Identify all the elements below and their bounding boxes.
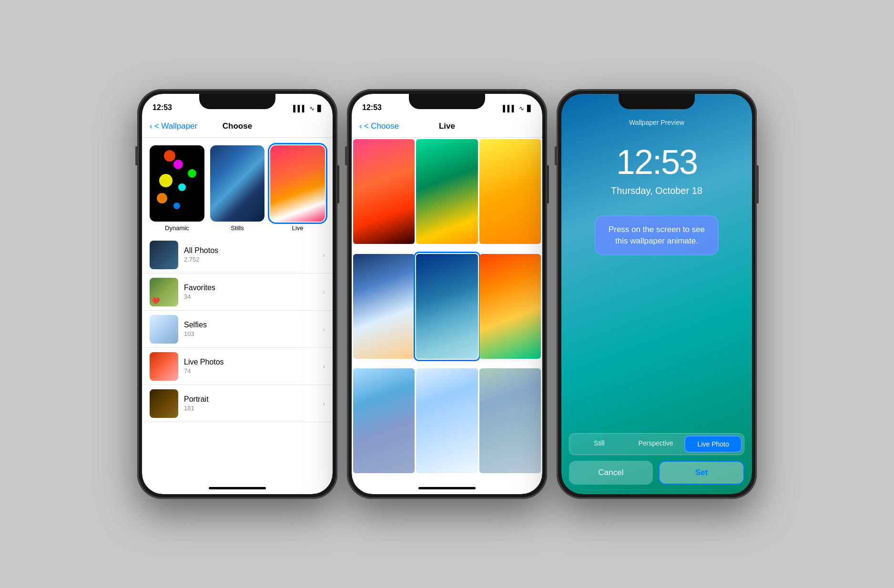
phone-3: Wallpaper Preview 12:53 Thursday, Octobe… bbox=[557, 89, 757, 499]
back-label-choose: < Choose bbox=[364, 122, 399, 131]
set-button[interactable]: Set bbox=[659, 461, 744, 485]
category-live[interactable]: Live bbox=[270, 145, 325, 232]
list-item-live-photos[interactable]: Live Photos 74 › bbox=[142, 348, 333, 385]
phone-1: 12:53 ▌▌▌ ∿ ▊ ‹ < Wallpaper Choose bbox=[137, 89, 337, 499]
choose-screen: 12:53 ▌▌▌ ∿ ▊ ‹ < Wallpaper Choose bbox=[142, 94, 333, 494]
signal-icon: ▌▌▌ bbox=[293, 105, 306, 112]
option-still-label: Still bbox=[594, 439, 605, 447]
list-thumb-portrait bbox=[150, 389, 178, 418]
preview-header-text: Wallpaper Preview bbox=[629, 119, 684, 126]
list-count-favorites: 34 bbox=[184, 293, 317, 300]
home-indicator-2 bbox=[418, 487, 476, 489]
option-perspective[interactable]: Perspective bbox=[628, 436, 684, 453]
dynamic-bg bbox=[150, 145, 204, 222]
nav-title-1: Choose bbox=[223, 122, 252, 131]
list-name-live-photos: Live Photos bbox=[184, 358, 317, 366]
wallpaper-4[interactable] bbox=[353, 254, 415, 359]
list-text-live-photos: Live Photos 74 bbox=[184, 358, 317, 375]
battery-icon: ▊ bbox=[317, 105, 322, 112]
preview-clock: 12:53 bbox=[561, 142, 752, 182]
list-thumb-all-photos bbox=[150, 241, 178, 269]
list-text-favorites: Favorites 34 bbox=[184, 284, 317, 300]
wallpaper-3[interactable] bbox=[479, 139, 541, 244]
list-count-portrait: 181 bbox=[184, 405, 317, 412]
preview-tooltip: Press on the screen to see this wallpape… bbox=[595, 215, 719, 255]
list-count-all-photos: 2,752 bbox=[184, 256, 317, 263]
list-text-portrait: Portrait 181 bbox=[184, 395, 317, 412]
back-button-choose[interactable]: ‹ < Choose bbox=[359, 122, 399, 131]
wallpaper-options: Still Perspective Live Photo bbox=[569, 433, 744, 455]
home-indicator-1 bbox=[209, 487, 266, 489]
wallpaper-5[interactable] bbox=[416, 254, 477, 359]
back-label-wallpaper: < Wallpaper bbox=[154, 122, 198, 131]
category-thumb-dynamic bbox=[150, 145, 204, 222]
categories-section: Dynamic Stills Live bbox=[142, 138, 333, 236]
list-item-selfies[interactable]: Selfies 103 › bbox=[142, 311, 333, 348]
chevron-icon-all-photos: › bbox=[323, 251, 325, 259]
list-name-favorites: Favorites bbox=[184, 284, 317, 292]
notch-3 bbox=[619, 94, 695, 109]
set-label: Set bbox=[695, 468, 708, 477]
wallpaper-8[interactable] bbox=[416, 368, 477, 473]
list-thumb-selfies bbox=[150, 315, 178, 344]
nav-bar-2: ‹ < Choose Live bbox=[352, 115, 542, 138]
preview-header: Wallpaper Preview bbox=[561, 115, 752, 128]
wifi-icon: ∿ bbox=[309, 105, 315, 112]
list-text-all-photos: All Photos 2,752 bbox=[184, 246, 317, 263]
list-count-live-photos: 74 bbox=[184, 367, 317, 375]
list-item-portrait[interactable]: Portrait 181 › bbox=[142, 385, 333, 422]
option-perspective-label: Perspective bbox=[638, 439, 673, 447]
list-name-portrait: Portrait bbox=[184, 395, 317, 404]
cancel-button[interactable]: Cancel bbox=[569, 461, 653, 485]
category-dynamic[interactable]: Dynamic bbox=[150, 145, 204, 232]
list-item-favorites[interactable]: ❤️ Favorites 34 › bbox=[142, 274, 333, 311]
status-icons-1: ▌▌▌ ∿ ▊ bbox=[293, 105, 322, 112]
preview-tooltip-text: Press on the screen to see this wallpape… bbox=[609, 225, 705, 245]
chevron-icon-portrait: › bbox=[323, 399, 325, 408]
list-count-selfies: 103 bbox=[184, 330, 317, 337]
cancel-label: Cancel bbox=[599, 468, 624, 477]
wallpaper-1[interactable] bbox=[353, 139, 415, 244]
category-label-stills: Stills bbox=[231, 224, 244, 232]
notch-1 bbox=[199, 94, 275, 109]
preview-screen: Wallpaper Preview 12:53 Thursday, Octobe… bbox=[561, 94, 752, 494]
category-stills[interactable]: Stills bbox=[210, 145, 265, 232]
option-live-photo-label: Live Photo bbox=[698, 440, 729, 448]
option-still[interactable]: Still bbox=[571, 436, 627, 453]
preview-actions: Cancel Set bbox=[561, 455, 752, 494]
wallpaper-2[interactable] bbox=[416, 139, 477, 244]
wallpaper-9[interactable] bbox=[479, 368, 541, 473]
wallpaper-7[interactable] bbox=[353, 368, 415, 473]
option-live-photo[interactable]: Live Photo bbox=[684, 436, 742, 453]
live-screen: 12:53 ▌▌▌ ∿ ▊ ‹ < Choose Live bbox=[352, 94, 542, 494]
chevron-icon-favorites: › bbox=[323, 288, 325, 296]
wallpaper-grid bbox=[352, 138, 542, 483]
status-time-2: 12:53 bbox=[362, 103, 382, 112]
status-icons-2: ▌▌▌ ∿ ▊ bbox=[503, 105, 532, 112]
phones-container: 12:53 ▌▌▌ ∿ ▊ ‹ < Wallpaper Choose bbox=[0, 0, 894, 588]
category-label-live: Live bbox=[292, 224, 304, 232]
list-thumb-favorites: ❤️ bbox=[150, 278, 178, 306]
phone-2: 12:53 ▌▌▌ ∿ ▊ ‹ < Choose Live bbox=[347, 89, 547, 499]
notch-2 bbox=[409, 94, 485, 109]
signal-icon-2: ▌▌▌ bbox=[503, 105, 516, 112]
preview-spacer bbox=[561, 255, 752, 433]
status-time-1: 12:53 bbox=[152, 103, 172, 112]
wallpaper-6[interactable] bbox=[479, 254, 541, 359]
live-bg bbox=[270, 145, 325, 222]
category-thumb-live bbox=[270, 145, 325, 222]
chevron-left-icon-2: ‹ bbox=[359, 122, 362, 131]
chevron-left-icon: ‹ bbox=[150, 122, 152, 131]
list-thumb-live-photos bbox=[150, 352, 178, 381]
chevron-icon-selfies: › bbox=[323, 325, 325, 334]
wifi-icon-2: ∿ bbox=[519, 105, 524, 112]
category-thumb-stills bbox=[210, 145, 265, 222]
back-button-wallpaper[interactable]: ‹ < Wallpaper bbox=[150, 122, 197, 131]
battery-icon-2: ▊ bbox=[527, 105, 532, 112]
category-label-dynamic: Dynamic bbox=[165, 224, 189, 232]
list-item-all-photos[interactable]: All Photos 2,752 › bbox=[142, 236, 333, 274]
list-text-selfies: Selfies 103 bbox=[184, 321, 317, 337]
nav-bar-1: ‹ < Wallpaper Choose bbox=[142, 115, 333, 138]
stills-bg bbox=[210, 145, 265, 222]
chevron-icon-live-photos: › bbox=[323, 362, 325, 371]
